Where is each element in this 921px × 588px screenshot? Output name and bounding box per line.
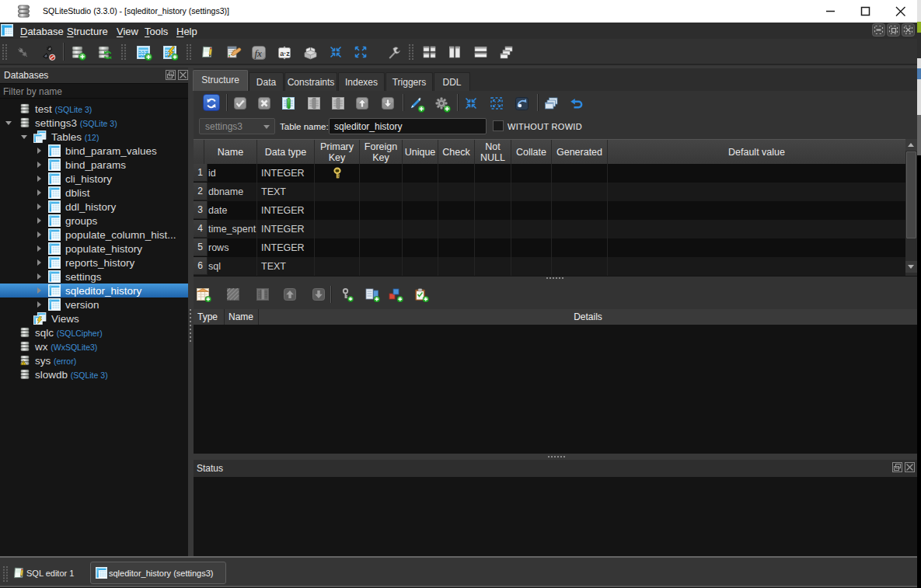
- svg-text:a·z: a·z: [280, 50, 290, 57]
- svg-text:fx: fx: [255, 47, 263, 59]
